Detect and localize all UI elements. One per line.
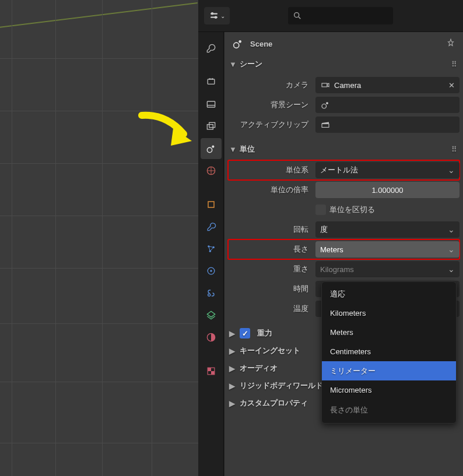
section-label: キーイングセット [240,345,300,356]
separate-units-label: 単位を区切る [329,204,375,215]
scene-section-header[interactable]: ▼ シーン ⠿ [225,55,463,73]
disclosure-right-icon: ▶ [229,329,236,338]
length-unit-menu: 適応 Kilometers Meters Centimeters ミリメーター … [321,281,457,424]
properties-tab-strip [198,32,224,476]
modifier-tab[interactable] [201,216,222,237]
activeclip-label: アクティブクリップ [228,119,312,130]
length-label: 長さ [228,244,312,255]
pin-icon[interactable] [446,38,456,50]
svg-point-30 [326,102,328,104]
menu-item-meters[interactable]: Meters [322,323,456,342]
camera-label: カメラ [228,80,312,90]
svg-point-4 [294,13,299,17]
disclosure-right-icon: ▶ [229,347,236,355]
activeclip-field[interactable] [315,117,460,133]
section-label: オーディオ [240,363,278,373]
search-icon [293,11,302,20]
menu-item-centimeters[interactable]: Centimeters [322,342,456,361]
particle-tab[interactable] [201,238,222,259]
units-section-header[interactable]: ▼ 単位 ⠿ [225,140,463,158]
viewport-3d[interactable] [0,0,198,476]
camera-value: Camera [334,81,361,90]
svg-rect-6 [208,79,215,84]
editor-type-selector[interactable]: ⌄ [204,7,230,24]
data-tab[interactable] [201,305,222,326]
svg-point-2 [215,16,218,19]
unit-system-value: メートル法 [320,165,358,175]
unit-scale-field[interactable]: 1.000000 [315,182,460,198]
svg-point-26 [234,43,239,48]
section-label: 重力 [257,328,272,339]
svg-point-27 [238,40,241,43]
unit-system-dropdown[interactable]: メートル法 [315,162,460,178]
temperature-label: 温度 [228,304,312,314]
object-tab[interactable] [201,194,222,215]
disclosure-down-icon: ▼ [229,145,236,154]
disclosure-right-icon: ▶ [229,399,236,408]
properties-header: ⌄ [198,0,463,32]
section-label: 単位 [240,144,255,154]
constraint-tab[interactable] [201,283,222,304]
texture-tab[interactable] [201,361,222,382]
svg-point-29 [322,104,327,109]
svg-rect-3 [211,13,218,15]
section-label: カスタムプロパティ [240,398,308,408]
output-tab[interactable] [201,94,222,115]
svg-rect-9 [207,101,215,107]
svg-rect-10 [207,125,213,129]
panel-title-row: Scene [225,32,463,55]
annotation-arrow-icon [137,111,195,151]
sliders-icon [209,10,219,21]
grip-icon[interactable]: ⠿ [451,145,458,154]
material-tab[interactable] [201,327,222,348]
grip-icon[interactable]: ⠿ [451,60,458,69]
time-label: 時間 [228,284,312,294]
length-value: Meters [320,245,343,254]
svg-point-13 [212,146,214,148]
tool-tab[interactable] [201,38,222,59]
section-label: シーン [240,59,262,69]
render-tab[interactable] [201,72,222,93]
svg-rect-8 [211,78,213,80]
length-dropdown[interactable]: Meters [315,241,460,258]
bgscene-label: 背景シーン [228,100,312,110]
scene-tab[interactable] [201,138,222,159]
svg-point-12 [207,147,212,152]
camera-field[interactable]: Camera ✕ [315,77,460,93]
mass-dropdown[interactable]: Kilograms [315,261,460,277]
svg-rect-28 [322,83,327,87]
unit-scale-value: 1.000000 [371,186,403,195]
rotation-label: 回転 [228,224,312,235]
rotation-value: 度 [320,224,328,235]
svg-rect-7 [209,78,211,80]
menu-caption: 長さの単位 [322,400,456,421]
clear-icon[interactable]: ✕ [448,81,455,90]
world-tab[interactable] [201,160,222,181]
section-label: リジッドボディワールド [240,380,323,391]
svg-rect-11 [209,122,215,127]
separate-units-checkbox[interactable] [315,204,326,215]
menu-item-millimeters[interactable]: ミリメーター [322,361,456,380]
gravity-checkbox[interactable]: ✓ [240,328,250,339]
mass-value: Kilograms [320,265,354,274]
rotation-dropdown[interactable]: 度 [315,221,460,238]
physics-tab[interactable] [201,260,222,281]
scene-icon [320,100,331,110]
menu-item-micrometers[interactable]: Micrometers [322,380,456,400]
menu-item-kilometers[interactable]: Kilometers [322,304,456,323]
scene-icon [232,37,244,50]
svg-point-21 [208,294,210,296]
svg-rect-24 [208,368,211,371]
clapper-icon [320,119,331,130]
menu-item-adaptive[interactable]: 適応 [322,284,456,304]
unit-system-label: 単位系 [228,165,312,175]
bgscene-field[interactable] [315,97,460,113]
viewlayer-tab[interactable] [201,116,222,137]
disclosure-right-icon: ▶ [229,382,236,390]
property-search-input[interactable] [288,7,393,24]
svg-line-5 [299,17,300,19]
disclosure-right-icon: ▶ [229,364,236,373]
mass-label: 重さ [228,264,312,274]
camera-icon [320,80,331,90]
svg-point-20 [210,270,212,272]
